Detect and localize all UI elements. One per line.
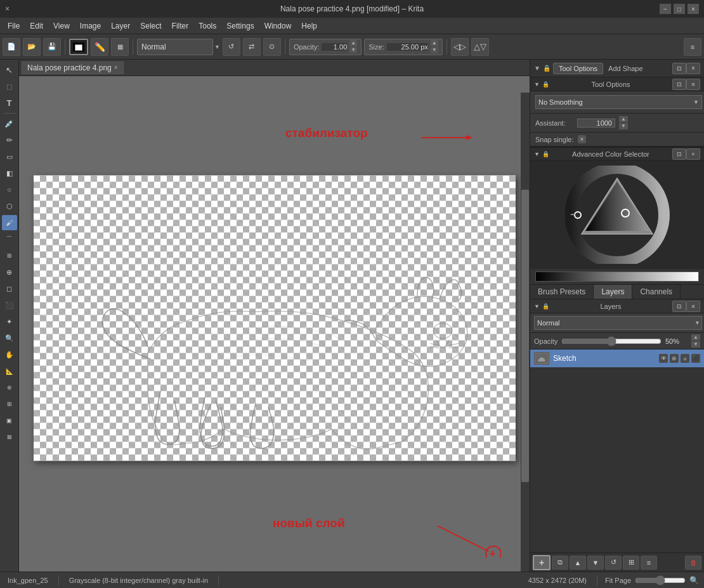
ellipse-tool-btn[interactable]: ○ (2, 182, 17, 197)
menu-window[interactable]: Window (259, 20, 297, 32)
menu-file[interactable]: File (3, 20, 25, 32)
size-down-btn[interactable]: ▼ (431, 47, 438, 53)
panel-close-btn[interactable]: × (686, 63, 700, 74)
swap-color-btn[interactable]: ⇄ (243, 38, 261, 56)
zoom-slider[interactable] (635, 576, 686, 585)
size-input[interactable]: 25.00 px (387, 43, 428, 51)
document-tab[interactable]: Nala pose practice 4.png × (22, 62, 124, 74)
zoom-tool-btn[interactable]: 🔍 (2, 330, 17, 346)
opacity-down-btn[interactable]: ▼ (349, 47, 357, 53)
layer-filter-icon[interactable]: ⊕ (670, 354, 679, 363)
menu-layer[interactable]: Layer (106, 20, 135, 32)
color-collapse-btn[interactable]: ▼ (534, 151, 540, 157)
layer-menu-btn[interactable]: ≡ (641, 556, 657, 570)
drawing-canvas[interactable] (34, 175, 516, 461)
clone-stamp-btn[interactable]: ⊕ (2, 265, 17, 280)
layers-settings-btn[interactable]: ≡ (686, 301, 700, 312)
move-up-btn[interactable]: ▲ (570, 556, 586, 570)
menu-view[interactable]: View (48, 20, 75, 32)
color-picker-btn[interactable]: 💉 (2, 116, 17, 131)
eraser-btn[interactable]: ◻ (2, 281, 17, 296)
mirror-h-btn[interactable]: ◁▷ (451, 38, 469, 56)
size-up-btn[interactable]: ▲ (431, 40, 438, 46)
snap-single-badge[interactable]: × (578, 135, 587, 143)
blend-mode-select[interactable]: Normal (137, 39, 213, 55)
curve-tool-btn[interactable]: ⌒ (2, 232, 17, 247)
close-btn[interactable]: × (688, 4, 699, 14)
polygon-tool-btn[interactable]: ⬡ (2, 199, 17, 214)
layer-opacity-down[interactable]: ▼ (691, 341, 700, 348)
menu-filter[interactable]: Filter (167, 20, 194, 32)
mirror-v-btn[interactable]: △▽ (471, 38, 489, 56)
pan-tool-btn[interactable]: ✋ (2, 347, 17, 362)
layer-alpha-icon[interactable]: α (681, 354, 689, 363)
save-file-btn[interactable]: 💾 (43, 38, 61, 56)
flatten-btn[interactable]: ⊞ (623, 556, 639, 570)
reset-color-btn[interactable]: ↺ (223, 38, 240, 56)
layers-float-btn[interactable]: ⊡ (672, 301, 686, 312)
add-layer-btn[interactable]: + (533, 555, 551, 570)
color-wheel-container[interactable]: − (565, 166, 670, 264)
menu-edit[interactable]: Edit (25, 20, 48, 32)
tab-channels[interactable]: Channels (632, 285, 681, 299)
layer-lock-icon[interactable]: ⬛ (691, 354, 700, 363)
menu-image[interactable]: Image (75, 20, 106, 32)
brush-tool-btn[interactable]: 🖌 (2, 215, 17, 230)
menu-select[interactable]: Select (135, 20, 166, 32)
layer-eye-icon[interactable]: 👁 (659, 354, 668, 363)
add-shape-btn[interactable]: Add Shape (603, 63, 648, 74)
pencil-tool-btn[interactable]: ✏ (2, 133, 17, 148)
delete-layer-btn[interactable]: 🗑 (685, 556, 701, 570)
pattern-btn[interactable]: ▦ (111, 38, 129, 56)
fill-tool-btn[interactable]: ⬛ (2, 297, 17, 313)
menu-tools[interactable]: Tools (193, 20, 221, 32)
reference-btn[interactable]: ⊠ (2, 429, 17, 445)
panel-float-btn-2[interactable]: ⊡ (672, 79, 686, 90)
measure-tool-btn[interactable]: 📐 (2, 363, 17, 379)
vertical-scroll-thumb[interactable] (521, 190, 529, 481)
extra-btn[interactable]: ⊙ (263, 38, 281, 56)
tab-layers[interactable]: Layers (594, 285, 632, 299)
brush-tool-btn[interactable]: ✏️ (91, 38, 108, 56)
options-btn[interactable]: ≡ (684, 38, 701, 56)
zoom-out-btn[interactable]: 🔍 (689, 576, 699, 585)
tab-brush-presets[interactable]: Brush Presets (530, 285, 594, 299)
maximize-btn[interactable]: □ (674, 4, 685, 14)
rectangle-tool-btn[interactable]: ▭ (2, 149, 17, 164)
open-file-btn[interactable]: 📂 (23, 38, 41, 56)
gradient-tool-btn[interactable]: ◧ (2, 166, 17, 181)
color-close-btn[interactable]: × (686, 148, 700, 160)
layer-blend-select[interactable]: Normal (534, 316, 702, 330)
panel-float-btn[interactable]: ⊡ (672, 63, 686, 74)
assistant-tool-btn[interactable]: ⊛ (2, 380, 17, 395)
move-down-btn[interactable]: ▼ (587, 556, 604, 570)
layer-opacity-up[interactable]: ▲ (691, 334, 700, 341)
text-tool-btn[interactable]: T (2, 95, 17, 110)
grid-tool-btn[interactable]: ⊞ (2, 396, 17, 412)
tab-close-btn[interactable]: × (114, 64, 118, 71)
minimize-btn[interactable]: − (660, 4, 671, 14)
shape-select-btn[interactable]: ▣ (2, 413, 17, 428)
collapse-icon[interactable]: ▼ (534, 81, 540, 88)
opacity-input[interactable]: 1.00 (322, 43, 347, 51)
layers-collapse-btn[interactable]: ▼ (534, 303, 540, 310)
tool-options-btn[interactable]: Tool Options (553, 63, 603, 74)
assistant-up[interactable]: ▲ (619, 116, 628, 122)
path-tool-btn[interactable]: ✦ (2, 314, 17, 329)
foreground-color-btn[interactable] (69, 39, 88, 55)
layer-item-sketch[interactable]: Sketch 👁 ⊕ α ⬛ (530, 350, 704, 368)
color-value-bar[interactable] (535, 271, 699, 282)
layer-properties-btn[interactable]: ↺ (605, 556, 622, 570)
assistant-down[interactable]: ▼ (619, 123, 628, 129)
opacity-up-btn[interactable]: ▲ (349, 40, 357, 46)
menu-help[interactable]: Help (296, 20, 322, 32)
selection-tool-btn[interactable]: ↖ (2, 62, 17, 77)
tool-options-collapse[interactable]: ▼ (534, 65, 540, 72)
close-x-btn[interactable]: × (5, 4, 10, 13)
duplicate-layer-btn[interactable]: ⧉ (552, 556, 568, 570)
menu-settings[interactable]: Settings (221, 20, 259, 32)
panel-settings-btn[interactable]: ≡ (686, 79, 700, 90)
layer-opacity-slider[interactable] (561, 336, 662, 346)
new-document-btn[interactable]: 📄 (3, 38, 20, 56)
smart-patch-btn[interactable]: ⊞ (2, 248, 17, 263)
